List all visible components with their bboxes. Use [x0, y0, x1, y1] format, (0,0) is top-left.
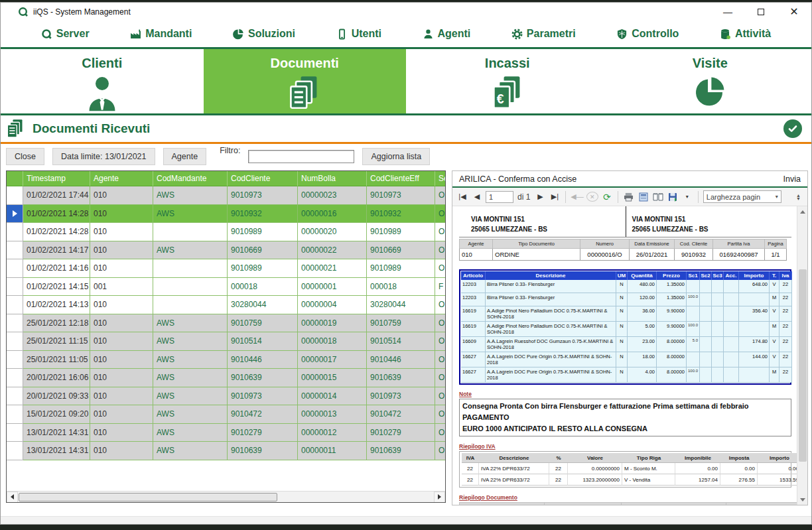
row-selector[interactable]	[7, 278, 23, 297]
row-selector[interactable]	[7, 296, 23, 314]
scroll-left-icon[interactable]	[7, 492, 18, 503]
vertical-scroll-thumb[interactable]	[799, 269, 807, 462]
horizontal-scroll-thumb[interactable]	[19, 493, 277, 501]
maximize-button[interactable]	[754, 5, 768, 19]
items-cell	[700, 306, 712, 322]
row-selector[interactable]	[7, 332, 23, 351]
items-cell: 144.00	[739, 352, 770, 367]
column-header-ser[interactable]: Ser	[435, 171, 446, 186]
row-selector[interactable]	[7, 186, 23, 205]
table-row[interactable]: 01/02/2021 14:28010901098900000020901098…	[7, 223, 445, 241]
table-row[interactable]: 13/01/2021 14:31010AWS901027900000012901…	[7, 424, 445, 442]
table-cell: O	[435, 351, 446, 369]
table-row[interactable]: 01/02/2021 14:1500100001800000001000018F	[7, 278, 445, 297]
table-row[interactable]: 01/02/2021 14:16010901098900000021901098…	[7, 259, 445, 278]
print-layout-icon[interactable]	[638, 190, 649, 204]
table-row[interactable]: 20/01/2021 09:33010AWS901097300000014901…	[7, 387, 445, 406]
tab-label: Documenti	[271, 56, 339, 71]
zoom-select[interactable]: Larghezza pagin ▾	[703, 190, 781, 203]
table-cell: 00000012	[298, 424, 367, 442]
close-window-button[interactable]: ✕	[787, 5, 801, 19]
export-dropdown-icon[interactable]: ▾	[681, 190, 693, 204]
table-row[interactable]: 25/01/2021 11:15010AWS901051400000018901…	[7, 332, 445, 351]
row-selector[interactable]	[7, 259, 23, 278]
table-row[interactable]: 13/01/2021 14:31010AWS901063900000011901…	[7, 442, 445, 460]
page-setup-icon[interactable]	[652, 190, 664, 204]
table-row[interactable]: 15/01/2021 09:20010AWS901047200000013901…	[7, 405, 445, 424]
table-row[interactable]: 25/01/2021 11:05010AWS901044600000017901…	[7, 351, 445, 369]
row-selector[interactable]	[7, 351, 23, 369]
scroll-right-icon[interactable]	[434, 492, 445, 503]
row-selector[interactable]	[7, 314, 23, 333]
row-selector[interactable]	[7, 442, 23, 460]
table-row[interactable]: 01/02/2021 17:44010AWS901097300000023901…	[7, 186, 445, 205]
stop-icon[interactable]: ✕	[586, 192, 598, 202]
menu-item-soluzioni[interactable]: Soluzioni	[233, 28, 295, 40]
status-check-badge-icon[interactable]	[783, 119, 802, 138]
table-cell: 9010446	[367, 351, 435, 369]
row-selector[interactable]	[7, 424, 23, 442]
scroll-down-icon[interactable]	[797, 494, 808, 505]
tab-visite[interactable]: Visite	[609, 49, 812, 113]
table-cell: 9010514	[228, 332, 298, 351]
table-row[interactable]: 01/02/2021 14:17010AWS901066900000022901…	[7, 241, 445, 260]
column-header-timestamp[interactable]: Timestamp	[23, 171, 90, 186]
menu-item-attività[interactable]: Attività	[720, 28, 771, 40]
toolbar-scroll-split[interactable]: ▲▼	[793, 193, 803, 201]
page-number-input[interactable]: 1	[486, 191, 513, 203]
export-icon[interactable]	[667, 190, 679, 204]
prev-page-icon[interactable]: ◀	[471, 190, 483, 204]
vat-cell: 22	[462, 474, 479, 486]
table-row[interactable]: 25/01/2021 12:18010AWS901075900000019901…	[7, 314, 445, 333]
svg-text:€: €	[496, 92, 504, 106]
vat-row: 22IVA 22% DPR633/72221323.20000000V - Ve…	[462, 474, 789, 486]
refresh-icon[interactable]: ⟳	[601, 190, 613, 204]
filtro-input[interactable]	[248, 150, 354, 163]
column-header-agente[interactable]: Agente	[90, 171, 153, 186]
back-icon[interactable]: ◀—	[571, 190, 583, 204]
last-page-icon[interactable]: ▶|	[549, 190, 561, 204]
menu-item-agenti[interactable]: Agenti	[423, 28, 471, 40]
table-row[interactable]: 20/01/2021 16:06010AWS901063900000015901…	[7, 369, 445, 387]
table-row[interactable]: 01/02/2021 14:13010302800440000000430280…	[7, 296, 445, 314]
horizontal-scrollbar[interactable]	[7, 491, 445, 502]
items-cell: 22	[779, 322, 792, 337]
aggiorna-lista-button[interactable]: Aggiorna lista	[362, 148, 430, 165]
agente-button[interactable]: Agente	[163, 148, 207, 165]
menu-item-mandanti[interactable]: Mandanti	[130, 28, 192, 40]
minimize-button[interactable]: —	[721, 5, 734, 19]
first-page-icon[interactable]: |◀	[456, 190, 468, 204]
row-selector[interactable]	[7, 241, 23, 260]
next-page-icon[interactable]: ▶	[534, 190, 546, 204]
menu-item-server[interactable]: Server	[41, 28, 90, 40]
column-header-codclienteeff[interactable]: CodClienteEff	[367, 171, 435, 186]
row-selector[interactable]	[7, 387, 23, 406]
table-cell: 010	[90, 405, 153, 424]
row-selector[interactable]	[7, 369, 23, 387]
print-icon[interactable]	[623, 190, 635, 204]
tab-documenti[interactable]: Documenti	[204, 49, 407, 113]
row-selector[interactable]	[7, 405, 23, 424]
selected-row-marker[interactable]	[7, 205, 23, 224]
menu-item-utenti[interactable]: Utenti	[336, 28, 381, 40]
data-limite-button[interactable]: Data limite: 13/01/2021	[52, 148, 155, 165]
tab-incassi[interactable]: Incassi€	[406, 49, 609, 113]
close-button[interactable]: Close	[6, 148, 44, 165]
items-cell: M	[770, 367, 779, 383]
menu-item-controllo[interactable]: Controllo	[616, 28, 679, 40]
address-left: VIA MONTINI 151 25065 LUMEZZANE - BS	[459, 212, 626, 237]
documents-table[interactable]: TimestampAgenteCodMandanteCodClienteNumB…	[6, 170, 446, 503]
table-row[interactable]: 01/02/2021 14:28010AWS901093200000016901…	[7, 205, 445, 224]
vat-cell: IVA 22% DPR633/72	[479, 463, 549, 474]
column-header-codmandante[interactable]: CodMandante	[153, 171, 228, 186]
vertical-scrollbar[interactable]	[797, 206, 807, 505]
invia-button[interactable]: Invia	[783, 174, 801, 184]
scroll-up-icon[interactable]	[797, 206, 808, 217]
column-header-codcliente[interactable]: CodCliente	[228, 171, 298, 186]
menu-item-parametri[interactable]: Parametri	[511, 28, 576, 40]
items-row: 12203Birra Pilsner 0.33- FlensburgerN480…	[461, 280, 789, 293]
row-selector[interactable]	[7, 223, 23, 241]
items-cell: 100.0	[687, 367, 700, 383]
column-header-numbolla[interactable]: NumBolla	[298, 171, 367, 186]
tab-clienti[interactable]: Clienti	[1, 49, 204, 113]
